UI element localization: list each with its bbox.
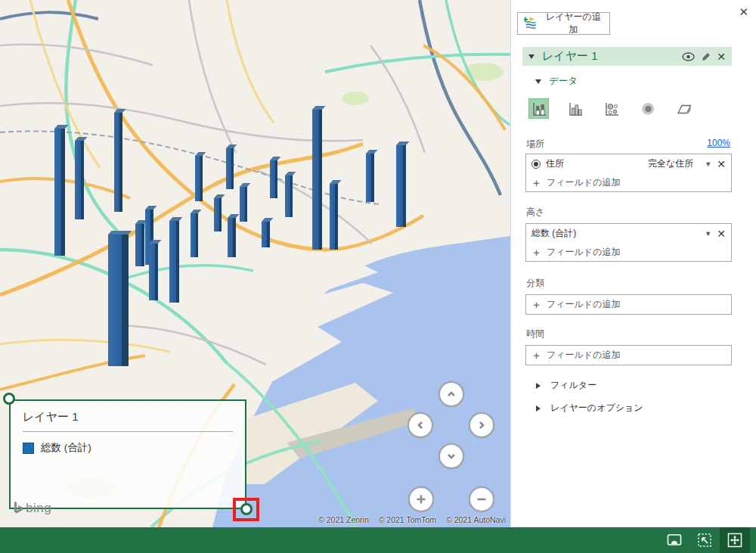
location-field-name: 住所: [546, 157, 564, 170]
expand-layer-options-icon[interactable]: [536, 405, 541, 412]
location-field-type[interactable]: 完全な住所: [648, 157, 693, 170]
3d-maps-window: レイヤー 1 総数 (合計): [0, 0, 756, 553]
data-column-bar[interactable]: [228, 218, 236, 257]
tilt-up-button[interactable]: [438, 381, 464, 407]
data-column-bar[interactable]: [366, 154, 374, 202]
add-layer-button[interactable]: レイヤーの追加: [517, 12, 610, 35]
data-column-bar[interactable]: [262, 222, 270, 247]
legend-resize-handle-topleft[interactable]: [3, 393, 15, 405]
data-column-bar[interactable]: [214, 198, 222, 231]
layer-options-label: レイヤーのオプション: [550, 402, 643, 415]
chevron-right-icon: [474, 418, 489, 433]
visibility-eye-icon[interactable]: [682, 52, 695, 61]
data-column-bar[interactable]: [54, 129, 65, 256]
plus-icon: [414, 492, 429, 507]
height-add-field-row[interactable]: ＋ フィールドの追加: [526, 243, 731, 262]
filter-section-header[interactable]: フィルター: [536, 379, 596, 392]
remove-height-field-icon[interactable]: ✕: [717, 228, 726, 239]
add-layer-icon: [524, 16, 538, 31]
heatmap-icon: [640, 101, 656, 117]
data-column-bar[interactable]: [226, 148, 234, 189]
height-field-row[interactable]: 総数 (合計) ▼ ✕: [526, 224, 731, 243]
height-section-label: 高さ: [526, 206, 544, 219]
add-field-label: フィールドの追加: [547, 176, 620, 189]
time-add-field-row[interactable]: ＋ フィールドの追加: [526, 346, 731, 365]
rotate-right-button[interactable]: [469, 412, 494, 438]
attribution-autonavi: © 2021 AutoNavi: [446, 515, 506, 524]
flat-map-button[interactable]: [659, 527, 689, 553]
legend-box[interactable]: レイヤー 1 総数 (合計): [9, 399, 246, 509]
bing-mark-icon: [14, 502, 23, 515]
dropdown-caret-icon[interactable]: ▼: [705, 230, 711, 238]
data-column-bar[interactable]: [195, 156, 203, 201]
data-section-label: データ: [549, 75, 578, 88]
data-column-bar[interactable]: [135, 224, 144, 266]
category-section-label: 分類: [526, 277, 544, 290]
time-field-box: ＋ フィールドの追加: [525, 345, 732, 365]
legend-title: レイヤー 1: [23, 410, 233, 424]
height-field-name: 総数 (合計): [531, 227, 576, 240]
data-column-bar[interactable]: [114, 113, 122, 212]
attribution-zenrin: © 2021 Zenrin: [318, 515, 369, 524]
category-add-field-row[interactable]: ＋ フィールドの追加: [526, 295, 731, 314]
data-column-bar[interactable]: [108, 235, 129, 366]
data-column-bar[interactable]: [240, 187, 247, 222]
rotate-left-button[interactable]: [407, 412, 433, 438]
data-section-header[interactable]: データ: [535, 75, 578, 88]
add-layer-label: レイヤーの追加: [544, 11, 603, 36]
bing-label: bing: [26, 501, 51, 516]
status-bar: [0, 527, 756, 553]
remove-location-field-icon[interactable]: ✕: [717, 159, 726, 169]
data-column-bar[interactable]: [75, 141, 84, 219]
data-column-bar[interactable]: [270, 160, 277, 198]
data-column-bar[interactable]: [312, 110, 322, 250]
chevron-down-icon: [444, 449, 459, 464]
dropdown-caret-icon[interactable]: ▼: [705, 160, 711, 168]
legend-item: 総数 (合計): [23, 441, 233, 455]
legend-color-swatch: [23, 443, 34, 454]
close-pane-button[interactable]: ✕: [739, 6, 748, 17]
layer-options-section-header[interactable]: レイヤーのオプション: [536, 402, 643, 415]
expand-filter-icon[interactable]: [536, 383, 541, 389]
geocoding-confidence-link[interactable]: 100%: [707, 138, 730, 148]
zoom-to-fit-button[interactable]: [689, 527, 720, 553]
region-icon: [676, 101, 692, 117]
rename-pencil-icon[interactable]: [701, 51, 711, 61]
plus-icon: ＋: [531, 176, 541, 190]
legend-divider: [23, 431, 233, 432]
viz-clustered-column-button[interactable]: [565, 98, 585, 119]
viz-region-button[interactable]: [674, 98, 694, 119]
layer-header[interactable]: レイヤー 1 ✕: [522, 47, 732, 66]
chevron-up-icon: [444, 387, 459, 402]
data-column-bar[interactable]: [169, 221, 179, 303]
plus-icon: ＋: [531, 298, 541, 312]
zoom-to-fit-icon: [696, 531, 714, 549]
location-section-label: 場所: [526, 138, 544, 151]
add-field-label: フィールドの追加: [547, 349, 620, 362]
zoom-out-button[interactable]: [469, 486, 494, 512]
viz-heatmap-button[interactable]: [637, 98, 658, 119]
collapse-data-icon[interactable]: [535, 79, 541, 84]
data-column-bar[interactable]: [149, 244, 158, 300]
collapse-layer-icon[interactable]: [528, 54, 534, 59]
zoom-in-button[interactable]: [408, 486, 434, 512]
data-column-bar[interactable]: [285, 176, 293, 217]
delete-layer-icon[interactable]: ✕: [717, 51, 726, 62]
data-column-bar[interactable]: [191, 213, 198, 257]
location-add-field-row[interactable]: ＋ フィールドの追加: [526, 173, 731, 192]
plus-icon: ＋: [531, 246, 541, 259]
layer-name: レイヤー 1: [542, 49, 674, 64]
pan-mode-button[interactable]: [720, 527, 750, 553]
stacked-column-icon: [531, 101, 547, 117]
layer-pane: ✕ レイヤーの追加 レイヤー 1 ✕: [510, 0, 756, 527]
data-column-bar[interactable]: [330, 184, 338, 250]
location-field-row[interactable]: 住所 完全な住所 ▼ ✕: [526, 154, 731, 173]
map-viewport[interactable]: レイヤー 1 総数 (合計): [0, 0, 510, 527]
tilt-down-button[interactable]: [438, 443, 464, 469]
viz-stacked-column-button[interactable]: [528, 98, 549, 119]
radio-selected-icon[interactable]: [531, 160, 541, 169]
viz-bubble-button[interactable]: [601, 98, 621, 119]
data-column-bar[interactable]: [396, 145, 406, 227]
height-field-box: 総数 (合計) ▼ ✕ ＋ フィールドの追加: [525, 223, 732, 262]
minus-icon: [474, 492, 489, 507]
